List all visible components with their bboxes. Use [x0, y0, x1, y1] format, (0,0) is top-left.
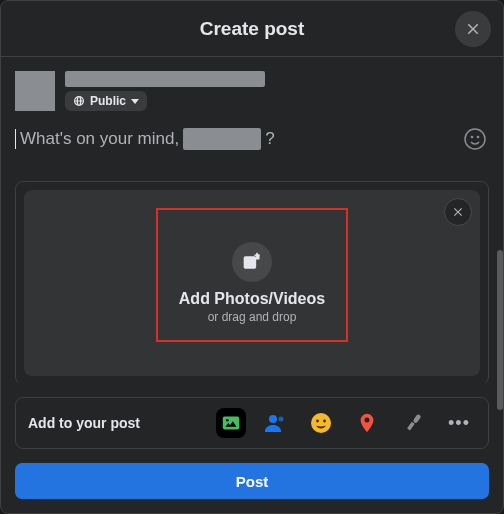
addons-label: Add to your post: [28, 415, 140, 431]
scrollbar-thumb[interactable]: [497, 250, 503, 410]
microphone-icon: [402, 412, 424, 434]
modal-title: Create post: [200, 18, 305, 40]
addon-icons: •••: [216, 406, 476, 440]
svg-rect-4: [255, 255, 260, 257]
globe-icon: [73, 95, 85, 107]
ellipsis-icon: •••: [448, 413, 470, 434]
user-meta: Public: [65, 71, 265, 111]
user-row: Public: [15, 71, 489, 111]
composer-input[interactable]: What's on your mind, ?: [15, 128, 455, 150]
svg-point-7: [269, 415, 277, 423]
close-icon: [451, 205, 465, 219]
svg-point-6: [226, 419, 229, 422]
dropzone-close-button[interactable]: [444, 198, 472, 226]
svg-rect-13: [407, 422, 415, 431]
media-dropzone[interactable]: Add Photos/Videos or drag and drop: [24, 190, 480, 376]
svg-point-11: [323, 420, 326, 423]
placeholder-prefix: What's on your mind,: [20, 129, 179, 149]
photo-video-button[interactable]: [216, 408, 246, 438]
svg-point-9: [311, 413, 331, 433]
emoji-picker-button[interactable]: [461, 125, 489, 153]
scrollbar-track: [498, 60, 504, 360]
caret-down-icon: [131, 99, 139, 104]
avatar[interactable]: [15, 71, 55, 111]
svg-rect-5: [223, 417, 240, 430]
smiley-icon: [463, 127, 487, 151]
modal-body: Public What's on your mind, ?: [1, 57, 503, 383]
post-button[interactable]: Post: [15, 463, 489, 499]
placeholder-suffix: ?: [265, 129, 274, 149]
composer-row: What's on your mind, ?: [15, 125, 489, 153]
close-button[interactable]: [455, 11, 491, 47]
close-icon: [464, 20, 482, 38]
tag-people-icon: [263, 411, 287, 435]
modal-header: Create post: [1, 1, 503, 57]
dropzone-subtitle: or drag and drop: [208, 310, 297, 324]
add-media-icon: [232, 242, 272, 282]
tag-people-button[interactable]: [258, 406, 292, 440]
location-icon: [356, 412, 378, 434]
modal-footer: Add to your post •••: [1, 383, 503, 513]
more-options-button[interactable]: •••: [442, 406, 476, 440]
svg-point-10: [316, 420, 319, 423]
svg-point-1: [471, 136, 472, 137]
microphone-button[interactable]: [396, 406, 430, 440]
placeholder-name-redacted: [183, 128, 261, 150]
feeling-button[interactable]: [304, 406, 338, 440]
photo-icon: [220, 412, 242, 434]
text-cursor: [15, 129, 16, 149]
svg-point-0: [465, 129, 485, 149]
svg-rect-12: [413, 414, 422, 424]
location-button[interactable]: [350, 406, 384, 440]
create-post-modal: Create post Public What's on your mind,: [0, 0, 504, 514]
dropzone-title: Add Photos/Videos: [179, 290, 325, 308]
svg-point-8: [279, 417, 284, 422]
media-dropzone-container: Add Photos/Videos or drag and drop: [15, 181, 489, 383]
addons-bar: Add to your post •••: [15, 397, 489, 449]
audience-label: Public: [90, 94, 126, 108]
username-redacted: [65, 71, 265, 87]
audience-selector[interactable]: Public: [65, 91, 147, 111]
svg-point-2: [477, 136, 478, 137]
feeling-icon: [309, 411, 333, 435]
